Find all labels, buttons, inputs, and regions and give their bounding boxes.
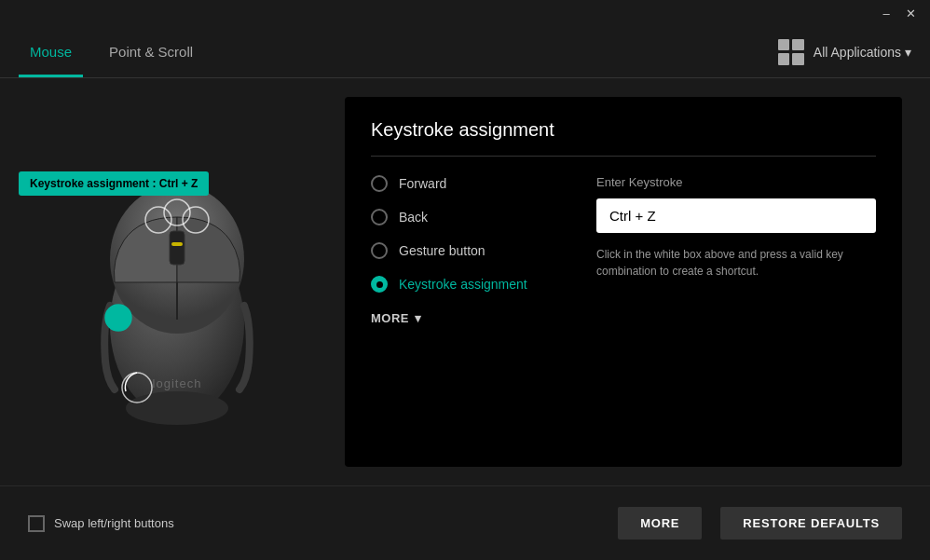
tab-point-scroll[interactable]: Point & Scroll <box>98 26 204 77</box>
title-bar: – ✕ <box>0 0 930 26</box>
keystroke-panel: Keystroke assignment Forward Back Gestur… <box>345 97 902 467</box>
mouse-panel: Keystroke assignment : Ctrl + Z <box>28 97 326 467</box>
bottom-bar: Swap left/right buttons MORE RESTORE DEF… <box>0 485 930 560</box>
keystroke-input-field[interactable]: Ctrl + Z <box>596 198 876 233</box>
radio-label-gesture: Gesture button <box>399 243 486 258</box>
radio-forward[interactable]: Forward <box>371 175 578 192</box>
radio-circle-keystroke <box>371 276 388 293</box>
keystroke-input-section: Enter Keystroke Ctrl + Z Click in the wh… <box>596 175 876 325</box>
svg-text:logitech: logitech <box>153 376 202 390</box>
app-selector[interactable]: All Applications ▾ <box>814 45 911 60</box>
svg-rect-4 <box>171 242 183 246</box>
radio-label-forward: Forward <box>399 176 446 191</box>
more-bottom-button[interactable]: MORE <box>618 507 702 540</box>
enter-keystroke-label: Enter Keystroke <box>596 175 876 189</box>
svg-point-5 <box>126 391 228 425</box>
swap-buttons-row: Swap left/right buttons <box>28 515 174 532</box>
radio-circle-forward <box>371 175 388 192</box>
radio-back[interactable]: Back <box>371 209 578 225</box>
svg-point-10 <box>105 305 131 331</box>
radio-options-container: Forward Back Gesture button Keystroke as… <box>371 175 578 325</box>
more-button[interactable]: MORE ▾ <box>371 311 578 325</box>
grid-icon[interactable] <box>778 39 804 65</box>
main-content: Keystroke assignment : Ctrl + Z <box>0 78 930 485</box>
panel-title: Keystroke assignment <box>371 119 876 157</box>
mouse-tooltip: Keystroke assignment : Ctrl + Z <box>19 171 209 196</box>
top-nav: Mouse Point & Scroll All Applications ▾ <box>0 26 930 78</box>
svg-rect-3 <box>170 231 185 265</box>
radio-keystroke[interactable]: Keystroke assignment <box>371 276 578 293</box>
radio-label-back: Back <box>399 210 428 225</box>
panel-content: Forward Back Gesture button Keystroke as… <box>371 175 876 325</box>
radio-options: Forward Back Gesture button Keystroke as… <box>371 175 578 293</box>
minimize-button[interactable]: – <box>874 4 898 22</box>
radio-label-keystroke: Keystroke assignment <box>399 277 527 292</box>
nav-right: All Applications ▾ <box>778 39 911 65</box>
swap-buttons-checkbox[interactable] <box>28 515 45 532</box>
radio-circle-back <box>371 209 388 225</box>
radio-gesture[interactable]: Gesture button <box>371 242 578 259</box>
restore-defaults-button[interactable]: RESTORE DEFAULTS <box>720 507 902 540</box>
keystroke-hint: Click in the white box above and press a… <box>596 246 876 280</box>
tab-mouse[interactable]: Mouse <box>19 26 83 77</box>
swap-buttons-label: Swap left/right buttons <box>54 516 174 530</box>
radio-circle-gesture <box>371 242 388 259</box>
close-button[interactable]: ✕ <box>898 4 923 22</box>
chevron-down-icon: ▾ <box>415 311 422 325</box>
